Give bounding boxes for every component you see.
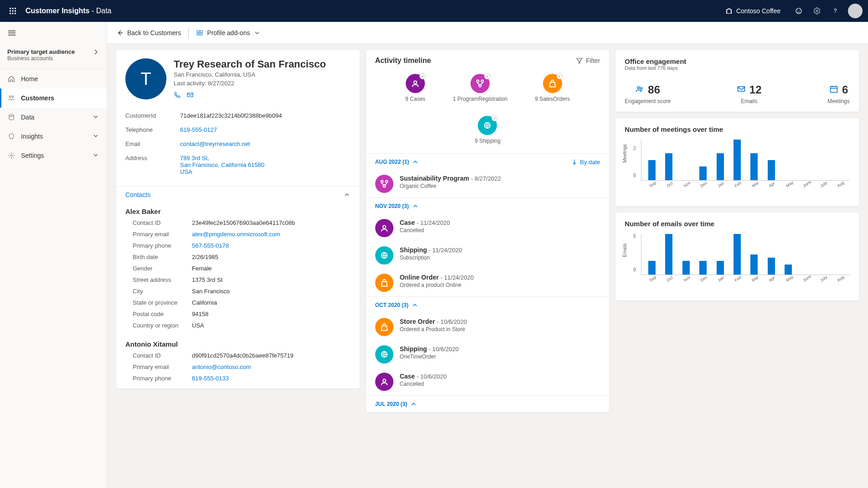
timeline-sort-button[interactable]: By date — [571, 158, 600, 166]
contact-field-label: Birth date — [133, 254, 192, 260]
timeline-item[interactable]: Case - 11/24/2020Cancelled — [366, 214, 610, 242]
chevron-down-icon — [253, 29, 261, 36]
x-tick: Feb — [734, 180, 743, 188]
engagement-card: Office engagement Data from last 776 day… — [615, 50, 859, 112]
phone-icon[interactable] — [174, 91, 181, 100]
contact-field-value[interactable]: 567-555-0178 — [192, 242, 229, 249]
timeline-item[interactable]: Online Order - 11/24/2020Ordered a produ… — [366, 269, 610, 296]
svg-rect-14 — [8, 33, 16, 34]
svg-point-33 — [383, 225, 386, 228]
field-label: CustomerId — [125, 112, 180, 119]
timeline-group-toggle[interactable]: OCT 2020 (3) — [375, 301, 418, 309]
field-value[interactable]: contact@treyrresearch.net — [180, 140, 250, 147]
timeline-item[interactable]: Store Order - 10/6/2020Ordered a Product… — [366, 313, 610, 341]
contacts-section-toggle[interactable]: Contacts — [116, 186, 360, 203]
svg-text:?: ? — [834, 8, 837, 14]
timeline-summary-item[interactable]: ✓9 Shipping — [475, 116, 501, 144]
x-tick: July — [819, 180, 828, 188]
tenant-switcher[interactable]: Contoso Coffee — [725, 7, 780, 15]
x-tick: Apr — [768, 180, 777, 188]
back-button[interactable]: Back to Customers — [116, 29, 181, 36]
sidebar-item-customers[interactable]: Customers — [0, 88, 107, 108]
engagement-subtitle: Data from last 776 days — [625, 65, 850, 71]
command-bar: Back to Customers Profile add-ons — [107, 22, 868, 44]
timeline-group-toggle[interactable]: AUG 2022 (1) — [375, 158, 419, 166]
divider — [188, 27, 189, 38]
feedback-icon[interactable] — [790, 0, 808, 22]
person-icon — [375, 219, 393, 237]
audience-selector[interactable]: Primary target audience Business account… — [0, 44, 107, 69]
chart-bar — [785, 265, 792, 275]
user-avatar[interactable] — [848, 4, 863, 18]
chart-bar — [665, 234, 672, 275]
addons-label: Profile add-ons — [207, 29, 250, 36]
contact-field-value[interactable]: 619-555-0133 — [192, 375, 229, 382]
x-tick: Dec — [700, 275, 708, 282]
timeline-group-toggle[interactable]: NOV 2020 (3) — [375, 202, 419, 210]
timeline-item-title: Case - 10/6/2020 — [400, 373, 447, 380]
stat-value: 12 — [749, 83, 762, 96]
x-tick: Oct — [666, 180, 674, 188]
svg-point-17 — [12, 96, 14, 98]
timeline-item[interactable]: Sustainability Program - 8/27/2022Organi… — [366, 170, 610, 197]
timeline-filter-button[interactable]: Filter — [576, 57, 600, 64]
contacts-label: Contacts — [125, 191, 150, 198]
contact-field-value: 94158 — [192, 311, 208, 317]
engagement-stat: 86Engagement score — [625, 83, 671, 104]
field-value[interactable]: 789 3rd St,San Francisco, California 615… — [180, 155, 264, 175]
sidebar-item-data[interactable]: Data — [0, 108, 107, 127]
mail-icon[interactable] — [186, 91, 194, 100]
timeline-group-toggle[interactable]: JUL 2020 (3) — [375, 400, 417, 408]
timeline-item-title: Online Order - 11/24/2020 — [400, 274, 474, 281]
branch-icon: ✓ — [470, 74, 490, 93]
chart-bar — [648, 160, 656, 181]
contact-field-value: d90f91cd2570a4dc0b2baee87fe75719 — [192, 352, 294, 359]
contact-field-value[interactable]: antonio@contoso.com — [192, 363, 251, 370]
contact-field-label: Street address — [133, 276, 192, 283]
nav-label: Data — [21, 114, 35, 121]
x-tick: July — [819, 275, 828, 282]
sidebar-item-insights[interactable]: Insights — [0, 127, 107, 146]
x-tick: Nov — [682, 180, 691, 188]
engagement-title: Office engagement — [625, 57, 850, 65]
insights-icon — [7, 133, 16, 140]
people-icon — [635, 83, 644, 96]
svg-rect-40 — [830, 87, 837, 93]
sidebar-item-settings[interactable]: Settings — [0, 146, 107, 165]
nav-toggle-icon[interactable] — [0, 22, 107, 44]
help-icon[interactable]: ? — [826, 0, 844, 22]
nav-label: Customers — [21, 94, 54, 102]
timeline-summary-item[interactable]: ✓9 Cases — [405, 74, 425, 102]
contact-field-label: Postal code — [133, 311, 192, 317]
globe-icon — [375, 246, 393, 265]
bag-icon: ✓ — [543, 74, 562, 93]
settings-icon[interactable] — [808, 0, 826, 22]
profile-addons-button[interactable]: Profile add-ons — [196, 29, 261, 36]
chevron-right-icon — [92, 48, 99, 56]
timeline-summary-item[interactable]: ✓1 ProgramRegistration — [453, 74, 507, 102]
timeline-item-sub: Cancelled — [400, 227, 450, 234]
stat-value: 6 — [842, 83, 848, 96]
chart-bar — [768, 258, 775, 275]
timeline-item[interactable]: Case - 10/6/2020Cancelled — [366, 368, 610, 395]
y-axis-label: Emails — [622, 243, 627, 257]
chart-bar — [750, 153, 758, 180]
chevron-up-icon — [412, 158, 419, 166]
timeline-summary-item[interactable]: ✓9 SalesOrders — [535, 74, 570, 102]
sidebar-item-home[interactable]: Home — [0, 69, 107, 88]
x-tick: May — [785, 275, 794, 282]
settings-icon — [7, 152, 16, 159]
contact-field-value[interactable]: alex@pmgdemo.onmicrosoft.com — [192, 231, 280, 238]
chart-bar — [750, 254, 758, 275]
mail-icon — [737, 83, 746, 96]
x-tick: Sep — [649, 180, 657, 188]
globe-icon: ✓ — [478, 116, 497, 135]
svg-point-9 — [796, 8, 801, 14]
field-value[interactable]: 619-555-0127 — [180, 126, 217, 133]
timeline-item[interactable]: Shipping - 11/24/2020Subscription — [366, 242, 610, 269]
timeline-item[interactable]: Shipping - 10/6/2020OneTimeOrder — [366, 341, 610, 368]
stat-label: Engagement score — [625, 98, 671, 104]
chart-bar — [682, 261, 690, 275]
app-launcher-icon[interactable] — [5, 4, 20, 18]
x-tick: Feb — [734, 275, 743, 282]
